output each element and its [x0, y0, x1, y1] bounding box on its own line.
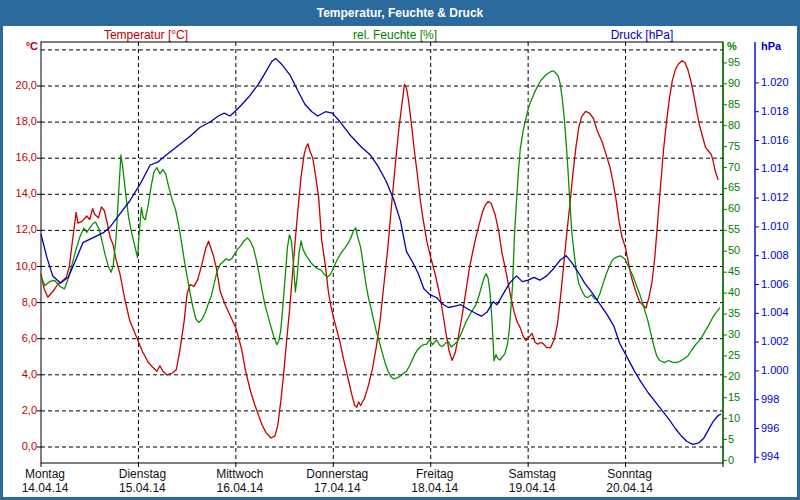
humidity-tick-label: 30	[728, 328, 740, 341]
humidity-tick-label: 45	[728, 265, 740, 278]
temp-tick-label: 6,0	[5, 332, 37, 345]
day-date-label: 19.04.14	[486, 482, 578, 495]
humidity-tick-label: 65	[728, 181, 740, 194]
humidity-tick-label: 55	[728, 223, 740, 236]
humidity-tick-label: 75	[728, 140, 740, 153]
day-name-label: Sonntag	[584, 468, 676, 481]
humidity-tick-label: 20	[728, 370, 740, 383]
day-date-label: 18.04.14	[389, 482, 481, 495]
day-date-label: 15.04.14	[96, 482, 188, 495]
humidity-tick-label: 50	[728, 244, 740, 257]
temp-tick-label: 16,0	[5, 151, 37, 164]
pressure-tick-label: 1.012	[761, 191, 789, 204]
humidity-tick-label: 5	[728, 433, 734, 446]
temp-tick-label: 2,0	[5, 404, 37, 417]
humidity-tick-label: 95	[728, 56, 740, 69]
temp-series-line	[41, 61, 718, 438]
temp-tick-label: 10,0	[5, 260, 37, 273]
temp-tick-label: 18,0	[5, 115, 37, 128]
humidity-tick-label: 80	[728, 119, 740, 132]
humidity-tick-label: 60	[728, 202, 740, 215]
day-date-label: 14.04.14	[0, 482, 91, 495]
pressure-tick-label: 994	[761, 450, 779, 463]
humidity-tick-label: 10	[728, 412, 740, 425]
pressure-tick-label: 1.020	[761, 76, 789, 89]
pressure-tick-label: 1.008	[761, 249, 789, 262]
pressure-tick-label: 996	[761, 422, 779, 435]
day-name-label: Dienstag	[96, 468, 188, 481]
day-date-label: 20.04.14	[584, 482, 676, 495]
temp-tick-label: 20,0	[5, 79, 37, 92]
pressure-tick-label: 1.004	[761, 306, 789, 319]
humidity-tick-label: 40	[728, 286, 740, 299]
temp-tick-label: 4,0	[5, 368, 37, 381]
day-date-label: 17.04.14	[291, 482, 383, 495]
temp-tick-label: 12,0	[5, 223, 37, 236]
pressure-tick-label: 1.002	[761, 335, 789, 348]
pressure-tick-label: 1.000	[761, 364, 789, 377]
plot-frame	[41, 42, 723, 463]
humidity-series-line	[41, 71, 720, 379]
humidity-tick-label: 35	[728, 307, 740, 320]
pressure-tick-label: 1.018	[761, 105, 789, 118]
humidity-tick-label: 85	[728, 98, 740, 111]
humidity-tick-label: 90	[728, 77, 740, 90]
weather-chart-window: Temperatur, Feuchte & Druck Temperatur […	[0, 0, 800, 500]
pressure-tick-label: 1.014	[761, 162, 789, 175]
temp-tick-label: 14,0	[5, 187, 37, 200]
pressure-tick-label: 998	[761, 393, 779, 406]
chart-svg	[0, 0, 800, 500]
humidity-tick-label: 25	[728, 349, 740, 362]
day-date-label: 16.04.14	[194, 482, 286, 495]
pressure-tick-label: 1.010	[761, 220, 789, 233]
humidity-tick-label: 15	[728, 391, 740, 404]
day-name-label: Montag	[0, 468, 91, 481]
pressure-tick-label: 1.016	[761, 134, 789, 147]
pressure-series-line	[41, 58, 721, 444]
day-name-label: Samstag	[486, 468, 578, 481]
temp-tick-label: 8,0	[5, 296, 37, 309]
day-name-label: Mittwoch	[194, 468, 286, 481]
day-name-label: Freitag	[389, 468, 481, 481]
temp-tick-label: 0,0	[5, 440, 37, 453]
day-name-label: Donnerstag	[291, 468, 383, 481]
humidity-tick-label: 70	[728, 161, 740, 174]
humidity-tick-label: 0	[728, 454, 734, 467]
pressure-tick-label: 1.006	[761, 278, 789, 291]
